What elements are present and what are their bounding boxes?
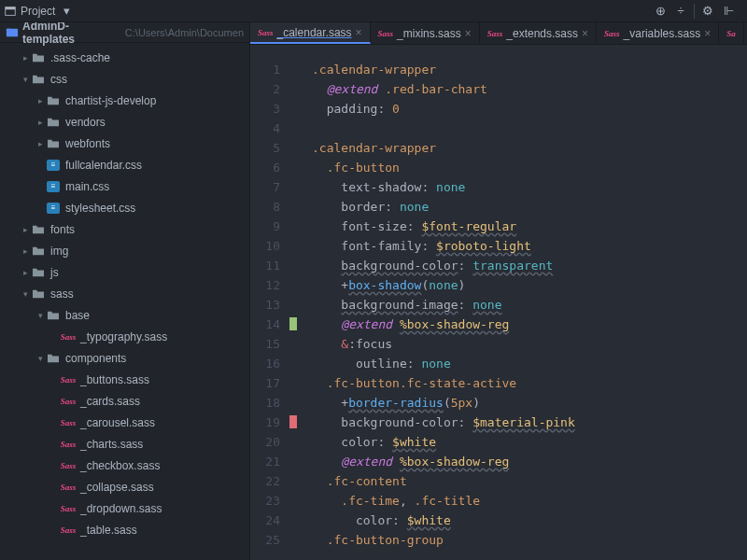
code-line: @extend .red-bar-chart bbox=[312, 79, 747, 99]
tree-item-main-css[interactable]: ≡main.css bbox=[0, 175, 249, 197]
tree-item-fonts[interactable]: ▸fonts bbox=[0, 218, 249, 240]
tree-item-label: chartist-js-develop bbox=[65, 94, 156, 107]
tree-item--table-sass[interactable]: Sass_table.sass bbox=[0, 519, 249, 540]
tree-item--checkbox-sass[interactable]: Sass_checkbox.sass bbox=[0, 455, 249, 476]
code-line: background-color: $material-pink bbox=[312, 413, 747, 432]
tree-item--carousel-sass[interactable]: Sass_carousel.sass bbox=[0, 412, 249, 433]
folder-icon bbox=[47, 117, 60, 128]
tree-item-label: sass bbox=[50, 287, 74, 301]
tree-item-webfonts[interactable]: ▸webfonts bbox=[0, 133, 249, 154]
code-line: @extend %box-shadow-reg bbox=[312, 452, 747, 471]
line-number: 4 bbox=[250, 119, 280, 138]
chevron-down-icon: ▾ bbox=[21, 289, 30, 299]
tab-truncated[interactable]: Sa bbox=[719, 22, 744, 44]
sass-file-icon: Sass bbox=[62, 524, 75, 537]
collapse-icon[interactable]: ⊩ bbox=[721, 4, 736, 19]
dropdown-icon[interactable]: ▾ bbox=[59, 4, 74, 19]
sass-file-icon: Sass bbox=[258, 28, 274, 37]
folder-icon bbox=[32, 267, 45, 278]
tree-item--cards-sass[interactable]: Sass_cards.sass bbox=[0, 390, 249, 412]
project-sidebar: AdminD-templates C:\Users\Admin\Documen … bbox=[0, 22, 250, 560]
close-icon[interactable]: × bbox=[704, 27, 711, 40]
sass-file-icon: Sass bbox=[62, 481, 75, 494]
tree-item--typography-sass[interactable]: Sass_typography.sass bbox=[0, 326, 249, 347]
close-icon[interactable]: × bbox=[356, 26, 362, 39]
tree-item--charts-sass[interactable]: Sass_charts.sass bbox=[0, 433, 249, 455]
line-number: 1 bbox=[250, 60, 280, 79]
tree-item-label: _typography.sass bbox=[80, 330, 167, 343]
tree-item-js[interactable]: ▸js bbox=[0, 261, 249, 283]
css-file-icon: ≡ bbox=[47, 180, 60, 193]
tree-item-label: _cards.sass bbox=[80, 395, 140, 408]
chevron-down-icon: ▾ bbox=[35, 311, 45, 320]
line-number: 5 bbox=[250, 138, 280, 158]
line-number: 3 bbox=[250, 99, 280, 119]
css-file-icon: ≡ bbox=[47, 159, 60, 172]
tree-item--buttons-sass[interactable]: Sass_buttons.sass bbox=[0, 369, 249, 390]
tree-item-stylesheet-css[interactable]: ≡stylesheet.css bbox=[0, 197, 249, 218]
tree-item-sass[interactable]: ▾sass bbox=[0, 283, 249, 304]
code-editor[interactable]: 1234567891011121314151617181920212223242… bbox=[250, 45, 747, 560]
tab--extends-sass[interactable]: Sass_extends.sass× bbox=[480, 22, 597, 44]
line-number: 8 bbox=[250, 197, 280, 217]
gear-icon[interactable]: ⚙ bbox=[700, 4, 715, 19]
tree-item-label: _buttons.sass bbox=[80, 373, 149, 386]
sass-file-icon: Sass bbox=[604, 29, 620, 38]
project-header[interactable]: AdminD-templates C:\Users\Admin\Documen bbox=[0, 22, 249, 43]
line-number: 23 bbox=[250, 491, 280, 511]
line-number: 22 bbox=[250, 471, 280, 491]
tree-item-label: vendors bbox=[65, 116, 106, 129]
code-line: background-color: transparent bbox=[312, 256, 747, 275]
tab--calendar-sass[interactable]: Sass_calendar.sass× bbox=[250, 22, 371, 44]
tree-item--sass-cache[interactable]: ▸.sass-cache bbox=[0, 47, 249, 68]
target-icon[interactable]: ⊕ bbox=[653, 4, 668, 19]
code-line: font-family: $roboto-light bbox=[312, 236, 747, 256]
tab-label: _extends.sass bbox=[506, 27, 578, 40]
folder-icon bbox=[32, 74, 45, 85]
line-number: 20 bbox=[250, 432, 280, 452]
tree-item--dropdown-sass[interactable]: Sass_dropdown.sass bbox=[0, 497, 249, 519]
project-icon bbox=[4, 5, 17, 18]
chevron-right-icon: ▸ bbox=[21, 53, 30, 63]
code-content: .calendar-wrapper @extend .red-bar-chart… bbox=[301, 60, 747, 560]
tree-item-label: components bbox=[65, 352, 126, 365]
tree-item-fullcalendar-css[interactable]: ≡fullcalendar.css bbox=[0, 154, 249, 175]
line-number: 12 bbox=[250, 275, 280, 295]
code-line bbox=[312, 119, 747, 138]
line-gutter: 1234567891011121314151617181920212223242… bbox=[250, 60, 289, 560]
line-number: 10 bbox=[250, 236, 280, 256]
tree-item-label: webfonts bbox=[65, 137, 110, 150]
tree-item-components[interactable]: ▾components bbox=[0, 347, 249, 369]
tree-item-base[interactable]: ▾base bbox=[0, 304, 249, 326]
tree-item--collapse-sass[interactable]: Sass_collapse.sass bbox=[0, 476, 249, 497]
sass-file-icon: Sass bbox=[62, 395, 75, 408]
code-line: .calendar-wrapper bbox=[312, 138, 747, 158]
code-line: .fc-content bbox=[312, 471, 747, 491]
split-icon[interactable]: ÷ bbox=[673, 4, 688, 19]
line-number: 19 bbox=[250, 413, 280, 432]
folder-icon bbox=[47, 310, 60, 321]
sass-file-icon: Sass bbox=[62, 416, 75, 429]
chevron-right-icon: ▸ bbox=[35, 96, 45, 105]
code-line: .calendar-wrapper bbox=[312, 60, 747, 79]
tree-item-label: _checkbox.sass bbox=[80, 459, 160, 472]
code-line: padding: 0 bbox=[312, 99, 747, 119]
folder-icon bbox=[47, 353, 60, 364]
project-name: AdminD-templates bbox=[22, 22, 121, 46]
folder-icon bbox=[32, 245, 45, 257]
css-file-icon: ≡ bbox=[47, 202, 60, 215]
tree-item-img[interactable]: ▸img bbox=[0, 240, 249, 261]
close-icon[interactable]: × bbox=[465, 27, 472, 40]
code-line: font-size: $font-regular bbox=[312, 217, 747, 236]
tab--mixins-sass[interactable]: Sass_mixins.sass× bbox=[371, 22, 480, 44]
tab--variables-sass[interactable]: Sass_variables.sass× bbox=[597, 22, 719, 44]
close-icon[interactable]: × bbox=[582, 27, 588, 40]
folder-icon bbox=[47, 95, 60, 106]
file-tree: ▸.sass-cache▾css▸chartist-js-develop▸ven… bbox=[0, 43, 249, 544]
tree-item-chartist-js-develop[interactable]: ▸chartist-js-develop bbox=[0, 90, 249, 111]
sass-file-icon: Sa bbox=[726, 29, 736, 38]
code-line: .fc-button bbox=[312, 158, 747, 177]
svg-rect-1 bbox=[6, 7, 16, 9]
tree-item-css[interactable]: ▾css bbox=[0, 68, 249, 90]
tree-item-vendors[interactable]: ▸vendors bbox=[0, 111, 249, 133]
